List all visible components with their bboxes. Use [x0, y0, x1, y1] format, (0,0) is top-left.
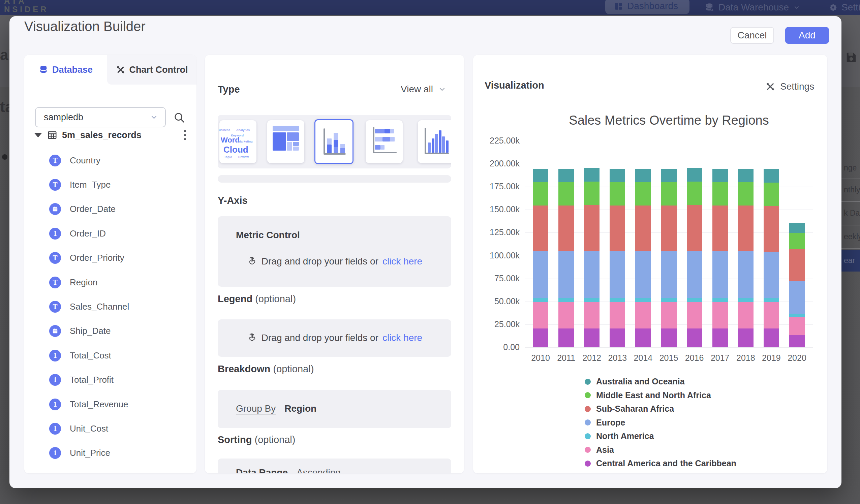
chart-type-stacked-bar[interactable]: [366, 120, 403, 163]
mini-rect: [375, 137, 383, 142]
mini-rect: [273, 126, 299, 131]
x-axis-label: 2010: [527, 353, 554, 363]
legend-dropzone[interactable]: Drag and drop your fields or click here: [218, 319, 451, 357]
field-item-region[interactable]: TRegion: [24, 270, 197, 294]
mini-rect: [327, 145, 332, 153]
field-label: Item_Type: [70, 179, 111, 190]
chart-type-treemap[interactable]: [267, 120, 304, 163]
field-item-order_id[interactable]: 1Order_ID: [24, 221, 197, 246]
click-here-link[interactable]: click here: [383, 256, 422, 267]
sort-value: Ascending: [297, 467, 341, 473]
legend-item[interactable]: Australia and Oceania: [585, 377, 685, 386]
drag-drop-text: Drag and drop your fields or: [261, 332, 378, 343]
word-cloud-small-word: Business: [219, 128, 230, 132]
y-axis-tick-label: 175.00k: [476, 182, 520, 191]
metric-control-dropzone[interactable]: Metric Control Drag and drop your fields…: [218, 216, 451, 287]
cancel-button[interactable]: Cancel: [730, 27, 774, 44]
x-axis-label: 2016: [681, 353, 708, 363]
tab-database[interactable]: Database: [24, 55, 107, 85]
mini-rect: [293, 146, 299, 150]
bar-segment: [764, 183, 779, 206]
number-field-icon: 1: [49, 447, 61, 459]
y-axis-tick-label: 25.00k: [476, 319, 520, 329]
field-item-unit_price[interactable]: 1Unit_Price: [24, 441, 197, 465]
x-axis-label: 2014: [630, 353, 657, 363]
field-item-ship_date[interactable]: Ship_Date: [24, 319, 197, 343]
nav-item-settings[interactable]: Settings: [828, 0, 860, 15]
mini-rect: [442, 136, 445, 153]
tap-hand-icon: [247, 332, 257, 343]
data-warehouse-icon: [705, 3, 714, 12]
field-item-country[interactable]: TCountry: [24, 148, 197, 172]
mini-rect: [273, 132, 286, 150]
group-by-link[interactable]: Group By: [236, 403, 276, 414]
legend-item[interactable]: North America: [585, 431, 654, 441]
nav-item-data-warehouse[interactable]: Data Warehouse: [705, 0, 800, 15]
bar-segment: [789, 335, 805, 347]
kebab-menu-icon[interactable]: [181, 129, 189, 142]
chart-type-scrollbar[interactable]: [218, 175, 451, 183]
database-select[interactable]: sampledb: [35, 107, 166, 127]
breakdown-dropzone[interactable]: Group By Region: [218, 390, 451, 428]
bar-segment: [738, 205, 754, 251]
bar-segment: [584, 168, 600, 182]
y-axis-tick-label: 150.00k: [476, 204, 520, 214]
view-all-button[interactable]: View all: [401, 84, 446, 95]
bar-segment: [712, 302, 728, 329]
field-item-order_date[interactable]: Order_Date: [24, 197, 197, 221]
chart-type-strip: WordCloudBusinessAnalyticsKeywordMarketi…: [218, 115, 451, 169]
bar-segment: [687, 205, 702, 251]
legend-label: Australia and Oceania: [596, 377, 685, 386]
add-button[interactable]: Add: [785, 27, 829, 44]
mini-rect: [428, 143, 431, 153]
logo-line-1: ATA: [4, 0, 49, 5]
x-axis-label: 2020: [784, 353, 811, 363]
chart-type-column[interactable]: [418, 120, 451, 163]
field-item-item_type[interactable]: TItem_Type: [24, 172, 197, 197]
bar-segment: [558, 182, 574, 205]
x-axis-label: 2018: [732, 353, 759, 363]
field-item-total_profit[interactable]: 1Total_Profit: [24, 368, 197, 392]
sorting-dropzone[interactable]: Data Range Ascending: [218, 459, 451, 473]
click-here-link[interactable]: click here: [383, 332, 422, 343]
field-item-order_priority[interactable]: TOrder_Priority: [24, 246, 197, 270]
bar-segment: [558, 169, 574, 182]
y-axis-tick-label: 75.00k: [476, 274, 520, 283]
number-field-icon: 1: [49, 228, 61, 240]
legend-item[interactable]: Central America and the Caribbean: [585, 459, 736, 468]
table-tree-header[interactable]: 5m_sales_records: [34, 127, 189, 144]
legend-item[interactable]: Middle East and North Africa: [585, 390, 711, 400]
field-label: Unit_Price: [70, 448, 110, 458]
field-item-unit_cost[interactable]: 1Unit_Cost: [24, 416, 197, 441]
chevron-down-icon: [793, 4, 800, 11]
field-label: Country: [70, 155, 100, 166]
number-field-icon: 1: [49, 399, 61, 411]
occluded-list-item: nge: [842, 157, 860, 179]
legend-item[interactable]: Sub-Saharan Africa: [585, 404, 674, 414]
tab-chart-control[interactable]: Chart Control: [107, 55, 197, 85]
field-item-total_revenue[interactable]: 1Total_Revenue: [24, 392, 197, 416]
legend-color-dot: [585, 406, 591, 412]
bar-segment: [610, 329, 625, 347]
field-item-sales_channel[interactable]: TSales_Channel: [24, 294, 197, 319]
nav-item-dashboards[interactable]: Dashboards: [605, 0, 689, 14]
tools-icon: [116, 65, 125, 74]
legend-item[interactable]: Europe: [585, 418, 625, 428]
bar-segment: [789, 249, 805, 281]
chart-type-stacked-column[interactable]: [314, 119, 354, 164]
legend-item[interactable]: Asia: [585, 445, 614, 455]
bar-segment: [789, 223, 805, 233]
bar-segment: [789, 233, 805, 249]
field-item-total_cost[interactable]: 1Total_Cost: [24, 343, 197, 368]
bar-segment: [635, 182, 651, 205]
search-icon[interactable]: [173, 112, 185, 124]
chart-type-word-cloud[interactable]: WordCloudBusinessAnalyticsKeywordMarketi…: [219, 120, 256, 163]
field-label: Sales_Channel: [70, 302, 129, 312]
x-axis-label: 2015: [656, 353, 683, 363]
number-field-icon: 1: [49, 374, 61, 386]
bar-segment: [635, 205, 651, 251]
mini-rect: [287, 142, 292, 150]
bar-segment: [610, 298, 625, 302]
x-axis-label: 2013: [604, 353, 631, 363]
legend-section-label: Legend (optional): [218, 293, 296, 305]
